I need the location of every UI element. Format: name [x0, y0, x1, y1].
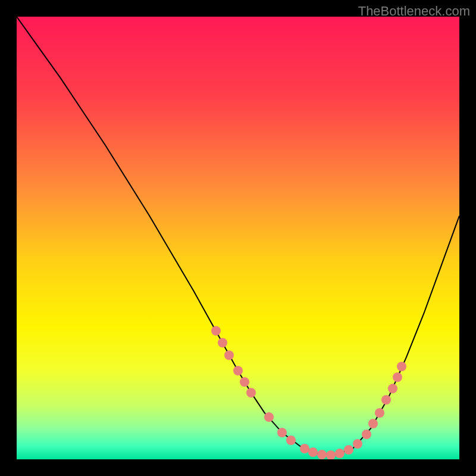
data-dot [286, 436, 296, 445]
data-dot [397, 362, 406, 371]
data-dot [362, 430, 371, 439]
plot-area [17, 17, 459, 459]
data-dot [246, 388, 256, 397]
data-dot [224, 350, 234, 360]
data-dot [335, 449, 345, 458]
data-dots-layer [17, 17, 459, 459]
data-dot [353, 439, 362, 449]
data-dot [326, 450, 336, 459]
data-dot [277, 428, 287, 437]
data-dot [218, 338, 227, 347]
data-dot [308, 447, 318, 457]
data-dot [211, 326, 221, 336]
data-dot [344, 445, 353, 455]
data-dot [264, 412, 274, 422]
data-dot [300, 444, 309, 453]
data-dot [388, 384, 397, 393]
data-dot [375, 408, 384, 418]
data-dot [240, 377, 249, 387]
data-dot [393, 372, 402, 382]
data-dot [368, 419, 378, 428]
watermark-text: TheBottleneck.com [358, 4, 470, 19]
data-dot [381, 395, 391, 405]
data-dot [317, 450, 327, 459]
data-dot [233, 366, 243, 375]
